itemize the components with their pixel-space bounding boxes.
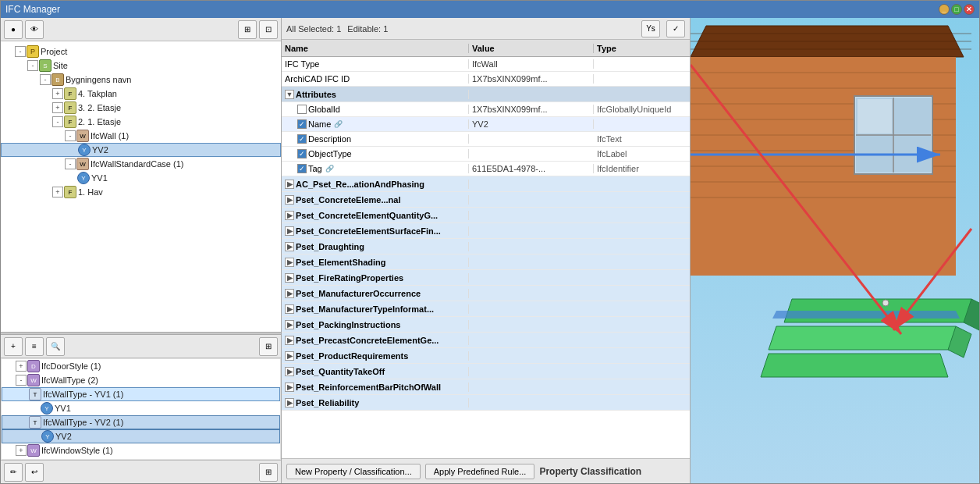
tree-item-takplan[interactable]: + F 4. Takplan	[1, 87, 281, 101]
pset-manufacturer-expander[interactable]: ▶	[285, 289, 294, 298]
prop-row-pset-precast[interactable]: ▶ Pset_PrecastConcreteElementGe...	[282, 333, 690, 348]
props-check-button[interactable]: ✓	[666, 20, 685, 37]
prop-row-pset-draughting[interactable]: ▶ Pset_Draughting	[282, 239, 690, 254]
pset-packing-expander[interactable]: ▶	[285, 320, 294, 329]
globalid-checkbox[interactable]	[297, 105, 307, 114]
list-button[interactable]: ≡	[25, 337, 44, 356]
zoom-button[interactable]: ●	[4, 20, 23, 39]
props-table-body: IFC Type IfcWall ArchiCAD IFC ID 1X7bsXI…	[282, 57, 690, 458]
tree-item-doostyle[interactable]: + D IfcDoorStyle (1)	[2, 359, 280, 373]
pset-manufacturertype-expander[interactable]: ▶	[285, 304, 294, 314]
expander-etasje1[interactable]: -	[52, 116, 63, 127]
tree-item-yv2-bottom[interactable]: Y YV2	[2, 429, 280, 443]
tree-item-yv1-bottom[interactable]: Y YV1	[2, 401, 280, 415]
expander-etasje2[interactable]: +	[52, 102, 63, 113]
prop-row-name[interactable]: ✓ Name 🔗 YV2	[282, 117, 690, 132]
expander-takplan[interactable]: +	[52, 88, 63, 99]
apply-rule-button[interactable]: Apply Predefined Rule...	[425, 464, 535, 479]
expander-walltype[interactable]: -	[16, 375, 27, 386]
prop-name-pset-manufacturer: ▶ Pset_ManufacturerOccurrence	[282, 289, 469, 298]
tree-item-site[interactable]: - S Site	[1, 59, 281, 73]
prop-row-pset-concrete[interactable]: ▶ Pset_ConcreteEleme...nal	[282, 192, 690, 208]
prop-row-pset-concretesurface[interactable]: ▶ Pset_ConcreteElementSurfaceFin...	[282, 223, 690, 239]
expander-project[interactable]: -	[15, 46, 26, 57]
prop-row-attributes-header[interactable]: ▼ Attributes	[282, 87, 690, 102]
fit-button[interactable]: ⊞	[238, 20, 257, 39]
tree-item-hav[interactable]: + F 1. Hav	[1, 185, 281, 199]
desc-checkbox[interactable]: ✓	[297, 134, 307, 144]
tree-item-building[interactable]: - B Bygningens navn	[1, 73, 281, 87]
undo-button[interactable]: ↩	[25, 463, 44, 482]
edit-button[interactable]: ✏	[4, 463, 23, 482]
tree-item-yv1-top[interactable]: Y YV1	[1, 171, 281, 185]
prop-row-tag[interactable]: ✓ Tag 🔗 611E5DA1-4978-... IfcIdentifier	[282, 162, 690, 176]
tag-checkbox[interactable]: ✓	[297, 164, 307, 173]
pset-product-expander[interactable]: ▶	[285, 351, 294, 361]
expander-doorstyle[interactable]: +	[16, 361, 27, 372]
pset-concretesurface-expander[interactable]: ▶	[285, 226, 294, 236]
prop-name-globalid: GlobalId	[282, 105, 469, 114]
prop-row-pset-reinforcement[interactable]: ▶ Pset_ReinforcementBarPitchOfWall	[282, 379, 690, 395]
tree-item-ifcwall[interactable]: - W IfcWall (1)	[1, 129, 281, 143]
expander-ifcwallstd[interactable]: -	[65, 158, 76, 169]
prop-row-pset-manufacturertype[interactable]: ▶ Pset_ManufacturerTypeInformat...	[282, 301, 690, 317]
settings-button[interactable]: ⊞	[259, 463, 278, 482]
prop-row-pset-manufacturer[interactable]: ▶ Pset_ManufacturerOccurrence	[282, 286, 690, 301]
pset-concrete-expander[interactable]: ▶	[285, 195, 294, 205]
expander-site[interactable]: -	[27, 60, 38, 71]
search-button[interactable]: 🔍	[46, 337, 65, 356]
prop-row-objecttype[interactable]: ✓ ObjectType IfcLabel	[282, 147, 690, 162]
maximize-button[interactable]: □	[951, 4, 962, 15]
pset-concretequantity-expander[interactable]: ▶	[285, 211, 294, 220]
prop-row-pset-product[interactable]: ▶ Pset_ProductRequirements	[282, 348, 690, 364]
tree-item-etasje1[interactable]: - F 2. 1. Etasje	[1, 115, 281, 129]
prop-row-pset-quantity[interactable]: ▶ Pset_QuantityTakeOff	[282, 364, 690, 379]
tree-item-walltype[interactable]: - W IfcWallType (2)	[2, 373, 280, 387]
pset-reliability-expander[interactable]: ▶	[285, 398, 294, 407]
tree-item-walltype-yv2[interactable]: T IfcWallType - YV2 (1)	[2, 415, 280, 429]
pset-precast-expander[interactable]: ▶	[285, 336, 294, 345]
tree-item-ifcwallstd[interactable]: - W IfcWallStandardCase (1)	[1, 157, 281, 171]
pset-quantity-expander[interactable]: ▶	[285, 367, 294, 376]
tree-item-windowstyle[interactable]: + W IfcWindowStyle (1)	[2, 443, 280, 457]
pset-re-expander[interactable]: ▶	[285, 180, 294, 189]
tree-item-project[interactable]: - P Project	[1, 44, 281, 59]
new-property-button[interactable]: New Property / Classification...	[286, 464, 421, 479]
eye-button[interactable]: 👁	[25, 20, 44, 39]
props-table-header: Name Value Type	[282, 40, 690, 57]
prop-row-pset-elementshading[interactable]: ▶ Pset_ElementShading	[282, 254, 690, 270]
pset-elementshading-expander[interactable]: ▶	[285, 258, 294, 267]
props-filter-button[interactable]: Ys	[641, 20, 660, 37]
tree-item-yv2-top[interactable]: Y YV2	[1, 143, 281, 157]
pset-draughting-expander[interactable]: ▶	[285, 242, 294, 251]
expander-ifcwall[interactable]: -	[65, 130, 76, 141]
prop-row-pset-reliability[interactable]: ▶ Pset_Reliability	[282, 395, 690, 411]
filter-button[interactable]: ⊞	[259, 337, 278, 356]
pset-reinforcement-expander[interactable]: ▶	[285, 383, 294, 392]
prop-row-pset-concretequantity[interactable]: ▶ Pset_ConcreteElementQuantityG...	[282, 208, 690, 223]
select-button[interactable]: ⊡	[259, 20, 278, 39]
yv2-bottom-icon: Y	[41, 430, 54, 443]
prop-row-archicad-id[interactable]: ArchiCAD IFC ID 1X7bsXINX099mf...	[282, 72, 690, 87]
tree-item-etasje2[interactable]: + F 3. 2. Etasje	[1, 101, 281, 115]
tree-item-walltype-yv1[interactable]: T IfcWallType - YV1 (1)	[2, 387, 280, 401]
expander-hav[interactable]: +	[52, 187, 63, 198]
pset-firerating-expander[interactable]: ▶	[285, 273, 294, 283]
tree-label-yv1-top: YV1	[91, 173, 108, 183]
name-checkbox[interactable]: ✓	[297, 119, 307, 129]
prop-row-pset-re[interactable]: ▶ AC_Pset_Re...ationAndPhasing	[282, 176, 690, 192]
close-button[interactable]: ✕	[964, 4, 975, 15]
add-button[interactable]: +	[4, 337, 23, 356]
objecttype-checkbox[interactable]: ✓	[297, 149, 307, 158]
minimize-button[interactable]: _	[939, 4, 950, 15]
expander-building[interactable]: -	[40, 74, 51, 85]
windowstyle-icon: W	[27, 444, 40, 457]
expander-windowstyle[interactable]: +	[16, 445, 27, 456]
prop-row-description[interactable]: ✓ Description IfcText	[282, 132, 690, 147]
prop-row-ifc-type[interactable]: IFC Type IfcWall	[282, 57, 690, 72]
prop-name-archicad-id: ArchiCAD IFC ID	[282, 74, 469, 84]
prop-row-globalid[interactable]: GlobalId 1X7bsXINX099mf... IfcGloballyUn…	[282, 102, 690, 117]
prop-row-pset-firerating[interactable]: ▶ Pset_FireRatingProperties	[282, 270, 690, 286]
prop-row-pset-packing[interactable]: ▶ Pset_PackingInstructions	[282, 317, 690, 333]
attributes-expander[interactable]: ▼	[285, 90, 294, 99]
